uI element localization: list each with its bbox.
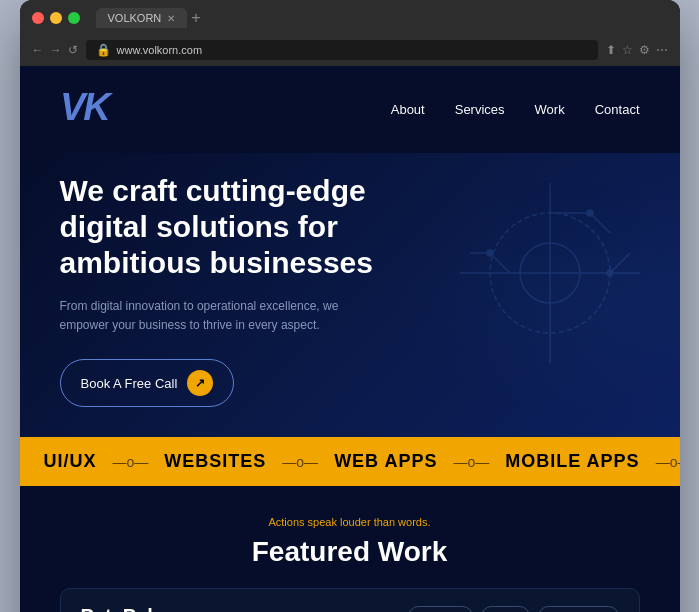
ticker-label-websites: WEBSITES [164, 451, 266, 472]
browser-window: VOLKORN ✕ + ← → ↺ 🔒 www.volkorn.com ⬆ ☆ … [20, 0, 680, 612]
back-button[interactable]: ← [32, 43, 44, 57]
logo: VK [60, 86, 115, 133]
browser-tab[interactable]: VOLKORN ✕ [96, 8, 188, 28]
tag-uxui[interactable]: UX/UI [481, 606, 530, 612]
ticker-item-1: UI/UX —o— WEBSITES —o— WEB APPS —o— MOBI… [20, 451, 680, 472]
browser-action-icons: ⬆ ☆ ⚙ ⋯ [606, 43, 668, 57]
logo-text: VK [60, 86, 115, 133]
extension-icon[interactable]: ⚙ [639, 43, 650, 57]
hero-title: We craft cutting-edge digital solutions … [60, 173, 420, 281]
tab-title: VOLKORN [108, 12, 162, 24]
address-bar[interactable]: 🔒 www.volkorn.com [86, 40, 598, 60]
url-text: www.volkorn.com [117, 44, 203, 56]
tab-close-icon[interactable]: ✕ [167, 13, 175, 24]
maximize-button[interactable] [68, 12, 80, 24]
address-bar-row: ← → ↺ 🔒 www.volkorn.com ⬆ ☆ ⚙ ⋯ [20, 36, 680, 66]
hero-section: We craft cutting-edge digital solutions … [20, 153, 680, 437]
minimize-button[interactable] [50, 12, 62, 24]
nav-links: About Services Work Contact [391, 102, 640, 117]
cta-arrow-icon: ↗ [187, 370, 213, 396]
hero-content: We craft cutting-edge digital solutions … [60, 173, 420, 407]
svg-point-9 [607, 270, 613, 276]
nav-contact[interactable]: Contact [595, 102, 640, 117]
ticker-sep-4: —o— [656, 454, 680, 470]
ticker-sep-1: —o— [113, 454, 149, 470]
menu-icon[interactable]: ⋯ [656, 43, 668, 57]
svg-text:VK: VK [60, 86, 113, 124]
ticker-content: UI/UX —o— WEBSITES —o— WEB APPS —o— MOBI… [20, 451, 680, 472]
svg-line-6 [590, 213, 610, 233]
svg-point-7 [587, 210, 593, 216]
ticker-label-mobileapps: MOBILE APPS [505, 451, 639, 472]
hero-subtitle: From digital innovation to operational e… [60, 297, 380, 335]
nav-services[interactable]: Services [455, 102, 505, 117]
logo-svg: VK [60, 86, 115, 124]
book-call-button[interactable]: Book A Free Call ↗ [60, 359, 235, 407]
featured-section: Actions speak louder than words. Feature… [20, 486, 680, 612]
project-name: PetsPal [81, 605, 153, 612]
nav-about[interactable]: About [391, 102, 425, 117]
navbar: VK About Services Work Contact [20, 66, 680, 153]
tag-development[interactable]: Development [538, 606, 619, 612]
bookmark-icon[interactable]: ☆ [622, 43, 633, 57]
cta-label: Book A Free Call [81, 376, 178, 391]
browser-nav-buttons: ← → ↺ [32, 43, 78, 57]
ticker-label-uiux: UI/UX [44, 451, 97, 472]
ticker-sep-3: —o— [453, 454, 489, 470]
project-card: PetsPal Research UX/UI Development [60, 588, 640, 612]
browser-chrome: VOLKORN ✕ + [20, 0, 680, 36]
forward-button[interactable]: → [50, 43, 62, 57]
website-content: VK About Services Work Contact [20, 66, 680, 612]
featured-title: Featured Work [60, 536, 640, 568]
svg-line-10 [490, 253, 510, 273]
lock-icon: 🔒 [96, 43, 111, 57]
tag-research[interactable]: Research [408, 606, 473, 612]
nav-work[interactable]: Work [535, 102, 565, 117]
close-button[interactable] [32, 12, 44, 24]
reload-button[interactable]: ↺ [68, 43, 78, 57]
ticker-label-webapps: WEB APPS [334, 451, 437, 472]
project-tags: Research UX/UI Development [408, 606, 618, 612]
share-icon[interactable]: ⬆ [606, 43, 616, 57]
circuit-decoration [450, 173, 650, 373]
svg-line-8 [610, 253, 630, 273]
featured-tagline: Actions speak louder than words. [60, 516, 640, 528]
ticker-sep-2: —o— [282, 454, 318, 470]
traffic-lights [32, 12, 80, 24]
ticker-section: UI/UX —o— WEBSITES —o— WEB APPS —o— MOBI… [20, 437, 680, 486]
new-tab-button[interactable]: + [191, 9, 200, 27]
tab-bar: VOLKORN ✕ + [96, 8, 668, 28]
svg-point-12 [487, 250, 493, 256]
